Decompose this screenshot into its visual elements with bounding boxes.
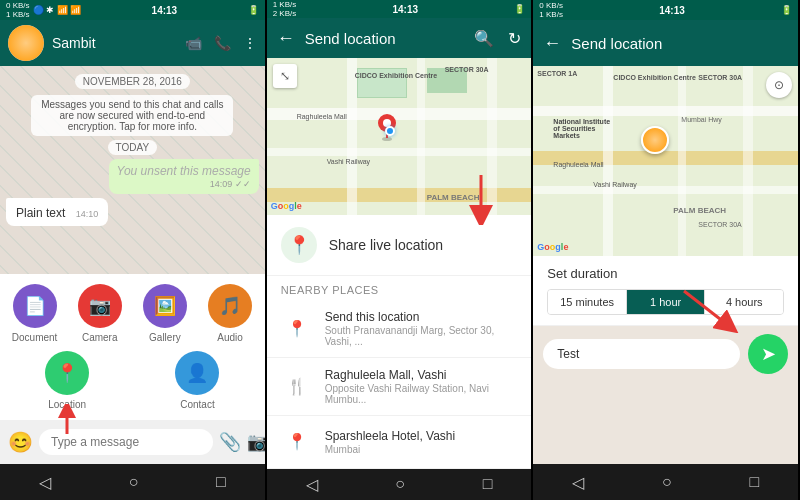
attach-document[interactable]: 📄 Document	[8, 284, 62, 343]
sector30-label: SECTOR 30A	[445, 66, 489, 73]
duration-section: Set duration 15 minutes 1 hour 4 hours	[533, 256, 798, 326]
raghuleela-3: Raghuleela Mall	[553, 161, 603, 168]
user-location-dot	[385, 126, 395, 136]
road-h3-1	[533, 106, 798, 116]
nav-bar-2: ◁ ○ □	[267, 469, 532, 500]
unsent-message-text: You unsent this message	[117, 164, 251, 178]
raghuleela-mall[interactable]: 🍴 Raghuleela Mall, Vashi Opposite Vashi …	[267, 358, 532, 416]
status-right-3: 🔋	[781, 5, 792, 15]
document-label: Document	[12, 332, 58, 343]
location-info-2: Raghuleela Mall, Vashi Opposite Vashi Ra…	[325, 368, 518, 405]
encryption-notice: Messages you send to this chat and calls…	[31, 95, 233, 136]
share-live-text: Share live location	[329, 237, 443, 253]
refresh-icon[interactable]: ↻	[508, 29, 521, 48]
phone-icon[interactable]: 📞	[214, 35, 231, 51]
recents-nav-icon[interactable]: □	[216, 473, 226, 491]
live-location-icon: 📍	[281, 227, 317, 263]
camera-label: Camera	[82, 332, 118, 343]
plain-text-content: Plain text	[16, 206, 65, 220]
recents-nav-3[interactable]: □	[749, 473, 759, 491]
nav-bar-1: ◁ ○ □	[0, 464, 265, 500]
back-button-3[interactable]: ←	[543, 33, 561, 54]
back-button-2[interactable]: ←	[277, 28, 295, 49]
user-profile-map	[641, 126, 669, 154]
search-icon[interactable]: 🔍	[474, 29, 494, 48]
unsent-message-bubble: You unsent this message 14:09 ✓✓	[109, 159, 259, 194]
road-v3-1	[603, 66, 613, 256]
contact-name: Sambit	[52, 35, 177, 51]
raghuleela-label: Raghuleela Mall	[297, 113, 347, 120]
hotel-icon: 📍	[281, 426, 313, 458]
battery-icon: 🔋	[248, 5, 259, 15]
home-nav-2[interactable]: ○	[395, 475, 405, 493]
set-duration-header: ← Send location	[533, 20, 798, 66]
audio-label: Audio	[217, 332, 243, 343]
contact-label: Contact	[180, 399, 214, 410]
send-location-header: ← Send location 🔍 ↻	[267, 18, 532, 58]
camera-button[interactable]: 📷	[247, 431, 267, 453]
duration-buttons: 15 minutes 1 hour 4 hours	[547, 289, 784, 315]
camera-icon: 📷	[78, 284, 122, 328]
video-call-icon[interactable]: 📹	[185, 35, 202, 51]
header-icons: 📹 📞 ⋮	[185, 35, 257, 51]
road-v2	[417, 58, 425, 215]
emoji-button[interactable]: 😊	[8, 430, 33, 454]
nav-bar-3: ◁ ○ □	[533, 464, 798, 500]
message-input[interactable]	[39, 429, 213, 455]
road-v3-3	[743, 66, 753, 256]
attach-gallery[interactable]: 🖼️ Gallery	[138, 284, 192, 343]
back-nav-icon[interactable]: ◁	[39, 473, 51, 492]
location-name-2: Raghuleela Mall, Vashi	[325, 368, 518, 382]
road-h3-2	[533, 186, 798, 194]
expand-map-3[interactable]: ⊙	[766, 72, 792, 98]
cidco-label-3: CIDCO Exhibition Centre	[613, 74, 695, 81]
home-nav-icon[interactable]: ○	[129, 473, 139, 491]
unsent-message-time: 14:09 ✓✓	[117, 179, 251, 189]
message-input-area: ➤	[533, 326, 798, 382]
input-spacer	[533, 382, 798, 464]
google-logo: Google	[271, 201, 302, 211]
network-speed: 0 KB/s1 KB/s	[6, 1, 30, 19]
send-button[interactable]: ➤	[748, 334, 788, 374]
sector30a-label: SECTOR 30A	[698, 74, 742, 81]
status-bar-3: 0 KB/s1 KB/s 14:13 🔋	[533, 0, 798, 20]
sparshleela-hotel[interactable]: 📍 Sparshleela Hotel, Vashi Mumbai	[267, 416, 532, 469]
location-info-3: Sparshleela Hotel, Vashi Mumbai	[325, 429, 518, 455]
vashi-3: Vashi Railway	[593, 181, 636, 188]
location-label: Location	[48, 399, 86, 410]
avatar-image	[8, 25, 44, 61]
home-nav-3[interactable]: ○	[662, 473, 672, 491]
attach-location[interactable]: 📍 Location	[40, 351, 94, 410]
status-bar-1: 0 KB/s1 KB/s 🔵 ✱ 📶 📶 14:13 🔋	[0, 0, 265, 20]
chat-input-bar: 😊 📎 📷 🎤	[0, 420, 265, 464]
recents-nav-2[interactable]: □	[483, 475, 493, 493]
send-this-location[interactable]: 📍 Send this location South Pranavanandji…	[267, 300, 532, 358]
attach-camera[interactable]: 📷 Camera	[73, 284, 127, 343]
map-area-3[interactable]: SECTOR 1A CIDCO Exhibition Centre SECTOR…	[533, 66, 798, 256]
map-bg-3: SECTOR 1A CIDCO Exhibition Centre SECTOR…	[533, 66, 798, 256]
share-live-location-btn[interactable]: 📍 Share live location	[267, 215, 532, 276]
send-location-title: Send location	[305, 30, 465, 47]
attach-audio[interactable]: 🎵 Audio	[203, 284, 257, 343]
network-speed-3: 0 KB/s1 KB/s	[539, 1, 563, 19]
cidco-label: CIDCO Exhibition Centre	[355, 72, 437, 79]
duration-15min[interactable]: 15 minutes	[548, 290, 627, 314]
gallery-icon: 🖼️	[143, 284, 187, 328]
attach-contact[interactable]: 👤 Contact	[170, 351, 224, 410]
attach-menu: 📄 Document 📷 Camera 🖼️ Gallery 🎵 Audio 📍…	[0, 274, 265, 420]
back-nav-2[interactable]: ◁	[306, 475, 318, 494]
location-icon: 📍	[45, 351, 89, 395]
document-icon: 📄	[13, 284, 57, 328]
red-arrow-share	[461, 165, 521, 225]
duration-message-input[interactable]	[543, 339, 740, 369]
more-options-icon[interactable]: ⋮	[243, 35, 257, 51]
loc-header-icons: 🔍 ↻	[474, 29, 521, 48]
vashi-label: Vashi Railway	[327, 158, 370, 165]
location-name-3: Sparshleela Hotel, Vashi	[325, 429, 518, 443]
back-nav-3[interactable]: ◁	[572, 473, 584, 492]
expand-map-button[interactable]: ⤡	[273, 64, 297, 88]
gallery-label: Gallery	[149, 332, 181, 343]
plain-text-bubble: Plain text 14:10	[6, 198, 108, 226]
today-badge: TODAY	[108, 140, 158, 155]
attachment-button[interactable]: 📎	[219, 431, 241, 453]
